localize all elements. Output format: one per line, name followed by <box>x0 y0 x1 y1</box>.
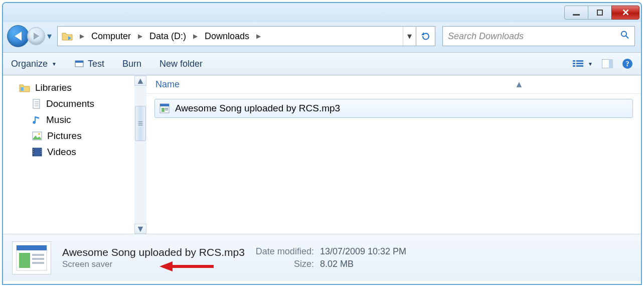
svg-rect-33 <box>165 108 168 109</box>
nav-libraries[interactable]: Libraries <box>18 80 144 96</box>
file-row[interactable]: Awesome Song uploaded by RCS.mp3 <box>154 99 633 118</box>
help-icon: ? <box>622 58 633 69</box>
nav-music[interactable]: Music <box>18 112 144 128</box>
close-icon: ✕ <box>622 7 629 18</box>
libraries-icon <box>19 83 30 93</box>
search-input[interactable]: Search Downloads <box>442 26 635 46</box>
scroll-up-icon[interactable]: ▲ <box>134 76 146 86</box>
svg-rect-34 <box>165 109 168 110</box>
breadcrumb-drive[interactable]: Data (D:) <box>145 27 190 46</box>
details-pane: Awesome Song uploaded by RCS.mp3 Screen … <box>3 234 641 281</box>
sort-asc-icon: ▲ <box>515 79 524 90</box>
navpane-scrollbar[interactable]: ▲ ▼ <box>134 76 146 234</box>
documents-icon <box>32 99 41 109</box>
svg-rect-3 <box>75 61 83 63</box>
dropdown-caret-icon: ▼ <box>52 61 57 67</box>
details-date-value: 13/07/2009 10:32 PM <box>320 246 406 257</box>
music-icon <box>32 115 41 125</box>
recent-pages-dropdown[interactable]: ▾ <box>47 31 54 42</box>
arrow-right-icon <box>34 33 39 40</box>
svg-rect-36 <box>17 245 47 250</box>
svg-point-0 <box>621 32 626 37</box>
address-bar[interactable]: ▶ Computer ▶ Data (D:) ▶ Downloads ▶ ▾ <box>57 26 416 46</box>
nav-videos[interactable]: Videos <box>18 144 144 160</box>
organize-menu[interactable]: Organize ▼ <box>11 59 57 69</box>
svg-line-1 <box>626 36 628 39</box>
view-list-icon <box>573 60 584 68</box>
svg-rect-8 <box>573 65 575 67</box>
breadcrumb-separator: ▶ <box>135 33 145 40</box>
svg-rect-14 <box>21 87 24 91</box>
test-button[interactable]: Test <box>75 59 104 69</box>
svg-rect-4 <box>573 60 575 62</box>
nav-pictures[interactable]: Pictures <box>18 128 144 144</box>
column-sort-indicator[interactable]: ▲ <box>397 79 641 90</box>
details-filename: Awesome Song uploaded by RCS.mp3 <box>62 246 245 258</box>
forward-button[interactable] <box>27 27 45 45</box>
file-icon <box>159 103 170 114</box>
svg-point-20 <box>38 133 40 135</box>
svg-rect-39 <box>32 258 44 260</box>
svg-rect-25 <box>33 151 34 152</box>
file-name: Awesome Song uploaded by RCS.mp3 <box>175 103 340 114</box>
preview-pane-button[interactable] <box>602 59 613 68</box>
svg-rect-11 <box>609 59 613 68</box>
details-date-label: Date modified: <box>256 246 314 257</box>
videos-icon <box>32 148 42 157</box>
svg-rect-24 <box>33 149 34 150</box>
address-dropdown[interactable]: ▾ <box>403 27 416 46</box>
dropdown-caret-icon: ▼ <box>588 61 593 67</box>
svg-rect-6 <box>573 63 575 64</box>
folder-icon <box>62 31 73 41</box>
breadcrumb-separator: ▶ <box>190 33 201 40</box>
test-icon <box>75 59 84 68</box>
refresh-icon <box>421 32 430 41</box>
details-size-label: Size: <box>256 259 314 269</box>
new-folder-button[interactable]: New folder <box>159 59 203 69</box>
svg-rect-29 <box>41 153 41 154</box>
breadcrumb-separator: ▶ <box>77 33 87 40</box>
svg-rect-31 <box>160 104 169 106</box>
refresh-button[interactable] <box>416 26 435 46</box>
details-size-value: 8.02 MB <box>320 259 406 269</box>
breadcrumb-computer[interactable]: Computer <box>87 27 135 46</box>
search-placeholder: Search Downloads <box>448 31 524 42</box>
preview-pane-icon <box>602 59 613 68</box>
details-filetype: Screen saver <box>62 259 245 269</box>
pictures-icon <box>32 131 42 140</box>
svg-rect-32 <box>162 108 165 112</box>
window-close-button[interactable]: ✕ <box>611 6 639 20</box>
scroll-thumb[interactable] <box>135 106 146 141</box>
scroll-down-icon[interactable]: ▼ <box>134 224 146 234</box>
navigation-pane: Libraries Documents Music Pictures Video… <box>3 76 146 234</box>
svg-rect-40 <box>32 262 44 264</box>
help-button[interactable]: ? <box>622 58 633 69</box>
back-button[interactable] <box>7 25 29 47</box>
breadcrumb-separator: ▶ <box>253 33 264 40</box>
svg-rect-38 <box>32 254 44 256</box>
view-options-button[interactable]: ▼ <box>573 60 593 68</box>
window-minimize-button[interactable] <box>564 6 588 20</box>
window-maximize-button[interactable] <box>588 6 612 20</box>
svg-text:?: ? <box>626 60 629 68</box>
breadcrumb-folder[interactable]: Downloads <box>201 27 253 46</box>
svg-rect-28 <box>41 151 41 152</box>
svg-rect-26 <box>33 153 34 154</box>
svg-rect-7 <box>576 63 583 64</box>
svg-rect-9 <box>576 65 583 67</box>
search-icon <box>620 31 629 42</box>
burn-button[interactable]: Burn <box>122 59 141 69</box>
svg-rect-37 <box>19 253 30 268</box>
nav-documents[interactable]: Documents <box>18 96 144 112</box>
details-thumbnail <box>12 241 51 274</box>
svg-rect-27 <box>41 149 41 150</box>
arrow-left-icon <box>15 32 22 41</box>
column-header-name[interactable]: Name <box>146 79 397 90</box>
svg-rect-5 <box>576 60 583 62</box>
